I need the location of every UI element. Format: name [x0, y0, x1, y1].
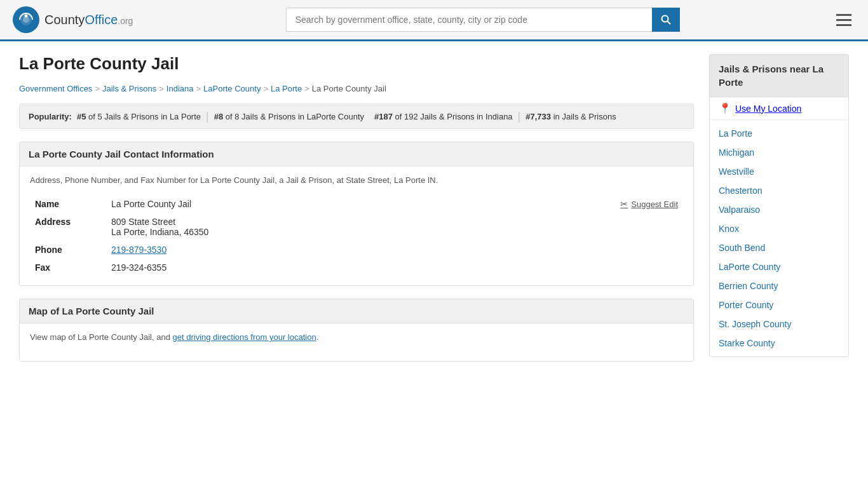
logo-org: .org [118, 16, 133, 26]
list-item: Valparaiso [710, 200, 848, 219]
logo-text: CountyOffice.org [44, 13, 133, 27]
header: CountyOffice.org [0, 0, 868, 41]
sidebar-links-list: La Porte Michigan Westville Chesterton V… [710, 120, 848, 356]
sidebar-link-porter-county[interactable]: Porter County [710, 295, 848, 315]
breadcrumb: Government Offices > Jails & Prisons > I… [19, 84, 694, 93]
use-location-link[interactable]: Use My Location [735, 104, 801, 114]
sidebar-link-st-joseph-county[interactable]: St. Joseph County [710, 315, 848, 334]
map-section-body: View map of La Porte County Jail, and ge… [20, 323, 693, 361]
breadcrumb-link-gov-offices[interactable]: Government Offices [19, 84, 92, 93]
logo-svg [17, 11, 35, 29]
driving-directions-link[interactable]: get driving directions from your locatio… [173, 332, 316, 342]
breadcrumb-current: La Porte County Jail [312, 84, 386, 93]
sidebar-link-starke-county[interactable]: Starke County [710, 334, 848, 353]
list-item: St. Joseph County [710, 315, 848, 334]
list-item: Starke County [710, 334, 848, 353]
breadcrumb-sep-2: > [159, 84, 164, 93]
list-item: LaPorte County [710, 257, 848, 276]
popularity-sep-2: | [518, 111, 521, 122]
search-area [286, 8, 680, 32]
use-location-row: 📍 Use My Location [710, 97, 848, 120]
list-item: Porter County [710, 295, 848, 315]
contact-section: La Porte County Jail Contact Information… [19, 142, 694, 286]
menu-line-3 [836, 24, 851, 26]
breadcrumb-sep-5: > [304, 84, 309, 93]
search-icon [661, 15, 671, 25]
svg-line-5 [667, 22, 670, 25]
sidebar-link-westville[interactable]: Westville [710, 162, 848, 181]
contact-section-header: La Porte County Jail Contact Information [20, 142, 693, 166]
breadcrumb-sep-4: > [263, 84, 268, 93]
contact-section-body: Address, Phone Number, and Fax Number fo… [20, 166, 693, 285]
phone-link[interactable]: 219-879-3530 [111, 245, 166, 255]
popularity-bar: Popularity: #5 of 5 Jails & Prisons in L… [19, 104, 694, 129]
sidebar-link-south-bend[interactable]: South Bend [710, 238, 848, 257]
map-description: View map of La Porte County Jail, and ge… [30, 332, 683, 342]
svg-point-3 [25, 15, 28, 18]
address-value: 809 State Street La Porte, Indiana, 4635… [106, 213, 683, 241]
list-item: La Porte [710, 124, 848, 143]
logo-office: Office [85, 13, 118, 27]
breadcrumb-sep-1: > [95, 84, 100, 93]
sidebar-header: Jails & Prisons near La Porte [710, 55, 848, 97]
popularity-label: Popularity: [29, 112, 72, 121]
address-label: Address [30, 213, 106, 241]
menu-button[interactable] [832, 10, 855, 30]
name-label: Name [30, 195, 106, 213]
name-value: La Porte County Jail ✂ Suggest Edit [106, 195, 683, 213]
suggest-edit-button[interactable]: ✂ Suggest Edit [620, 199, 678, 209]
list-item: South Bend [710, 238, 848, 257]
sidebar: Jails & Prisons near La Porte 📍 Use My L… [709, 54, 849, 374]
popularity-rank3: #187 of 192 Jails & Prisons in Indiana [374, 112, 513, 121]
map-section-header: Map of La Porte County Jail [20, 299, 693, 323]
list-item: Chesterton [710, 181, 848, 200]
list-item: Knox [710, 219, 848, 238]
phone-value: 219-879-3530 [106, 241, 683, 259]
sidebar-link-la-porte[interactable]: La Porte [710, 124, 848, 143]
list-item: Michigan [710, 143, 848, 162]
svg-point-4 [661, 16, 668, 22]
suggest-edit-icon: ✂ [620, 199, 628, 209]
pin-icon: 📍 [719, 102, 731, 114]
table-row-fax: Fax 219-324-6355 [30, 259, 683, 276]
table-row-phone: Phone 219-879-3530 [30, 241, 683, 259]
page-title: La Porte County Jail [19, 54, 694, 74]
popularity-rank2: #8 of 8 Jails & Prisons in LaPorte Count… [214, 112, 364, 121]
phone-label: Phone [30, 241, 106, 259]
list-item: Westville [710, 162, 848, 181]
contact-info-table: Name La Porte County Jail ✂ Suggest Edit… [30, 195, 683, 276]
popularity-rank1: #5 of 5 Jails & Prisons in La Porte [77, 112, 201, 121]
menu-line-2 [836, 19, 851, 21]
search-input[interactable] [286, 8, 652, 32]
sidebar-link-valparaiso[interactable]: Valparaiso [710, 200, 848, 219]
sidebar-box: Jails & Prisons near La Porte 📍 Use My L… [709, 54, 849, 357]
fax-value: 219-324-6355 [106, 259, 683, 276]
main-container: La Porte County Jail Government Offices … [0, 41, 868, 387]
breadcrumb-sep-3: > [196, 84, 201, 93]
content-area: La Porte County Jail Government Offices … [19, 54, 694, 374]
menu-line-1 [836, 14, 851, 16]
popularity-rank4: #7,733 in Jails & Prisons [526, 112, 616, 121]
sidebar-link-michigan[interactable]: Michigan [710, 143, 848, 162]
contact-description: Address, Phone Number, and Fax Number fo… [30, 175, 683, 185]
logo-area: CountyOffice.org [13, 6, 133, 33]
logo-icon [13, 6, 39, 33]
map-section: Map of La Porte County Jail View map of … [19, 299, 694, 362]
breadcrumb-link-indiana[interactable]: Indiana [166, 84, 194, 93]
sidebar-link-chesterton[interactable]: Chesterton [710, 181, 848, 200]
search-button[interactable] [652, 8, 680, 32]
fax-label: Fax [30, 259, 106, 276]
table-row-address: Address 809 State Street La Porte, India… [30, 213, 683, 241]
breadcrumb-link-jails[interactable]: Jails & Prisons [102, 84, 156, 93]
sidebar-link-knox[interactable]: Knox [710, 219, 848, 238]
breadcrumb-link-laporte-county[interactable]: LaPorte County [203, 84, 261, 93]
breadcrumb-link-la-porte[interactable]: La Porte [271, 84, 302, 93]
popularity-sep-1: | [206, 111, 209, 122]
table-row-name: Name La Porte County Jail ✂ Suggest Edit [30, 195, 683, 213]
sidebar-link-laporte-county[interactable]: LaPorte County [710, 257, 848, 276]
list-item: Berrien County [710, 276, 848, 295]
sidebar-link-berrien-county[interactable]: Berrien County [710, 276, 848, 295]
